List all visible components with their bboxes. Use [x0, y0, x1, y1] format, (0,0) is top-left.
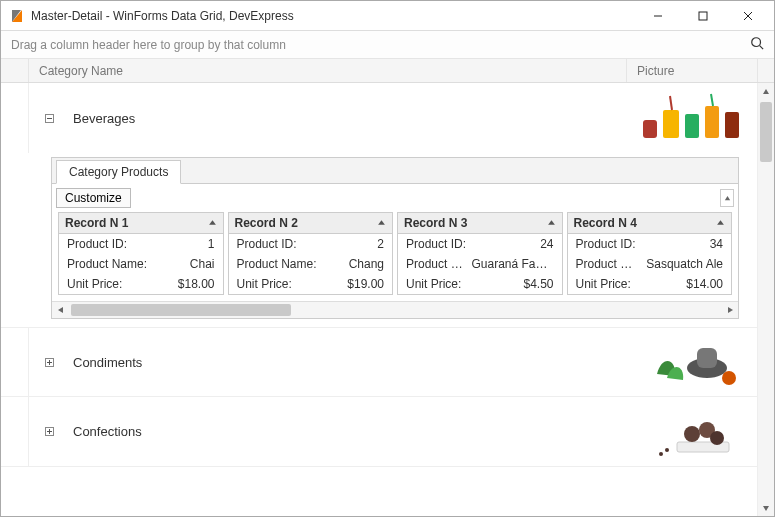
column-header-label: Picture	[637, 64, 674, 78]
field-label: Product Name:	[237, 257, 343, 271]
record-card[interactable]: Record N 2 Product ID:2 Product Name:Cha…	[228, 212, 394, 295]
scroll-down-button[interactable]	[758, 499, 774, 516]
svg-rect-10	[685, 114, 699, 138]
column-header-picture[interactable]: Picture	[627, 59, 757, 82]
svg-marker-16	[209, 220, 216, 225]
plus-icon	[45, 358, 54, 367]
detail-scroll-up-button[interactable]	[720, 189, 734, 207]
row-indicator	[1, 83, 29, 153]
scroll-track[interactable]	[69, 302, 721, 318]
group-by-hint: Drag a column header here to group by th…	[11, 38, 286, 52]
confections-image-icon	[637, 404, 747, 460]
category-picture-cell	[627, 400, 757, 464]
record-header[interactable]: Record N 1	[59, 213, 223, 234]
tab-label: Category Products	[69, 165, 168, 179]
svg-marker-32	[763, 506, 769, 511]
row-indicator	[1, 328, 29, 396]
field-label: Product Name:	[67, 257, 184, 271]
svg-rect-12	[725, 112, 739, 138]
expand-toggle[interactable]	[29, 114, 69, 123]
scroll-track[interactable]	[758, 100, 774, 499]
scroll-left-button[interactable]	[52, 302, 69, 318]
category-picture-cell	[627, 86, 757, 150]
chevron-up-icon	[208, 216, 217, 230]
app-window: Master-Detail - WinForms Data Grid, DevE…	[0, 0, 775, 517]
field-label: Product Name:	[576, 257, 641, 271]
svg-rect-8	[643, 120, 657, 138]
maximize-button[interactable]	[680, 2, 725, 30]
svg-marker-18	[548, 220, 555, 225]
record-header[interactable]: Record N 3	[398, 213, 562, 234]
category-name-cell: Condiments	[69, 355, 627, 370]
svg-rect-3	[699, 12, 707, 20]
detail-tab-strip: Category Products	[52, 158, 738, 184]
field-label: Unit Price:	[406, 277, 517, 291]
field-value: $14.00	[686, 277, 723, 291]
svg-rect-23	[697, 348, 717, 368]
row-indicator	[1, 397, 29, 466]
field-value: 1	[208, 237, 215, 251]
field-value: $18.00	[178, 277, 215, 291]
customize-button[interactable]: Customize	[56, 188, 131, 208]
tab-category-products[interactable]: Category Products	[56, 160, 181, 184]
master-row-beverages[interactable]: Beverages	[1, 83, 757, 153]
customize-label: Customize	[65, 191, 122, 205]
svg-point-29	[665, 448, 669, 452]
field-value: 34	[710, 237, 723, 251]
record-card[interactable]: Record N 4 Product ID:34 Product Name:Sa…	[567, 212, 733, 295]
detail-panel: Category Products Customize	[51, 157, 739, 319]
record-header[interactable]: Record N 2	[229, 213, 393, 234]
svg-line-7	[760, 46, 764, 50]
svg-marker-31	[763, 89, 769, 94]
vertical-scrollbar[interactable]	[757, 83, 774, 516]
row-indicator-header	[1, 59, 29, 82]
field-value: $4.50	[523, 277, 553, 291]
record-card[interactable]: Record N 1 Product ID:1 Product Name:Cha…	[58, 212, 224, 295]
record-title: Record N 4	[574, 216, 637, 230]
svg-point-6	[752, 38, 761, 47]
detail-horizontal-scrollbar[interactable]	[52, 301, 738, 318]
column-header-row: Category Name Picture	[1, 59, 774, 83]
record-header[interactable]: Record N 4	[568, 213, 732, 234]
expand-toggle[interactable]	[29, 358, 69, 367]
svg-rect-9	[663, 110, 679, 138]
group-by-bar[interactable]: Drag a column header here to group by th…	[1, 31, 774, 59]
scroll-up-button[interactable]	[758, 83, 774, 100]
plus-icon	[45, 427, 54, 436]
field-label: Product ID:	[67, 237, 202, 251]
grid-rows: Beverages Categ	[1, 83, 757, 516]
title-bar: Master-Detail - WinForms Data Grid, DevE…	[1, 1, 774, 31]
svg-marker-20	[58, 307, 63, 313]
column-header-category-name[interactable]: Category Name	[29, 59, 627, 82]
field-label: Unit Price:	[576, 277, 681, 291]
search-icon[interactable]	[750, 36, 764, 53]
beverages-image-icon	[637, 90, 747, 146]
condiments-image-icon	[637, 334, 747, 390]
svg-point-24	[722, 371, 736, 385]
column-header-label: Category Name	[39, 64, 123, 78]
scroll-thumb[interactable]	[760, 102, 772, 162]
app-icon	[9, 8, 25, 24]
field-value: Sasquatch Ale	[646, 257, 723, 271]
svg-point-30	[659, 452, 663, 456]
svg-rect-11	[705, 106, 719, 138]
category-picture-cell	[627, 330, 757, 394]
close-button[interactable]	[725, 2, 770, 30]
expand-toggle[interactable]	[29, 427, 69, 436]
chevron-up-icon	[716, 216, 725, 230]
grid-body: Beverages Categ	[1, 83, 774, 516]
svg-marker-15	[724, 195, 729, 199]
chevron-up-icon	[547, 216, 556, 230]
scroll-thumb[interactable]	[71, 304, 291, 316]
scroll-right-button[interactable]	[721, 302, 738, 318]
master-row-confections[interactable]: Confections	[1, 397, 757, 467]
svg-marker-21	[728, 307, 733, 313]
field-label: Unit Price:	[237, 277, 342, 291]
minus-icon	[45, 114, 54, 123]
field-value: $19.00	[347, 277, 384, 291]
window-controls	[635, 2, 770, 30]
minimize-button[interactable]	[635, 2, 680, 30]
svg-marker-19	[717, 220, 724, 225]
master-row-condiments[interactable]: Condiments	[1, 327, 757, 397]
record-card[interactable]: Record N 3 Product ID:24 Product Name:Gu…	[397, 212, 563, 295]
